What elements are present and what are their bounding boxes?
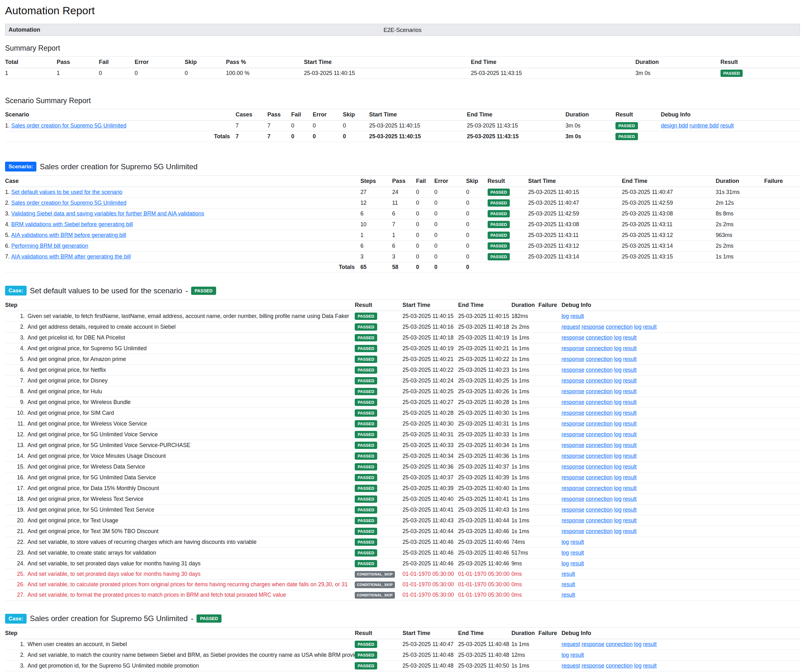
debug-link-response[interactable]: response bbox=[561, 378, 584, 384]
debug-link-result[interactable]: result bbox=[623, 378, 637, 384]
debug-link-response[interactable]: response bbox=[561, 496, 584, 502]
debug-link-connection[interactable]: connection bbox=[606, 662, 633, 669]
debug-link-log[interactable]: log bbox=[561, 539, 568, 545]
debug-link-result[interactable]: result bbox=[570, 652, 584, 658]
debug-link-response[interactable]: response bbox=[561, 388, 584, 394]
debug-link-response[interactable]: response bbox=[561, 463, 584, 470]
debug-link-connection[interactable]: connection bbox=[586, 496, 613, 502]
debug-link-result[interactable]: result bbox=[623, 517, 637, 524]
debug-link-connection[interactable]: connection bbox=[586, 421, 613, 427]
debug-link-response[interactable]: response bbox=[561, 399, 584, 405]
debug-link-connection[interactable]: connection bbox=[586, 528, 613, 534]
debug-link-log[interactable]: log bbox=[634, 662, 641, 669]
debug-link-connection[interactable]: connection bbox=[586, 410, 613, 416]
debug-link-response[interactable]: response bbox=[561, 356, 584, 362]
debug-link-log[interactable]: log bbox=[561, 313, 568, 319]
debug-link-result[interactable]: result bbox=[561, 591, 575, 598]
debug-link-result[interactable]: result bbox=[570, 313, 584, 319]
debug-link-log[interactable]: log bbox=[614, 453, 621, 459]
debug-link-connection[interactable]: connection bbox=[586, 399, 613, 405]
debug-link-log[interactable]: log bbox=[614, 378, 621, 384]
debug-link-connection[interactable]: connection bbox=[586, 356, 613, 362]
case-link[interactable]: AIA validations with BRM after generatin… bbox=[12, 253, 131, 260]
debug-link-result[interactable]: result bbox=[561, 581, 575, 588]
debug-link-result[interactable]: result bbox=[720, 122, 734, 129]
debug-link-response[interactable]: response bbox=[561, 442, 584, 448]
scenario-link[interactable]: Sales order creation for Supremo 5G Unli… bbox=[12, 122, 127, 129]
debug-link-request[interactable]: request bbox=[561, 641, 580, 647]
debug-link-result[interactable]: result bbox=[643, 662, 657, 669]
debug-link-result[interactable]: result bbox=[643, 641, 657, 647]
debug-link-result[interactable]: result bbox=[623, 334, 637, 341]
debug-link-connection[interactable]: connection bbox=[586, 388, 613, 394]
debug-link-log[interactable]: log bbox=[614, 506, 621, 513]
debug-link-response[interactable]: response bbox=[561, 367, 584, 373]
debug-link-response[interactable]: response bbox=[582, 662, 605, 669]
debug-link-connection[interactable]: connection bbox=[586, 453, 613, 459]
debug-link-design-bdd[interactable]: design bdd bbox=[661, 122, 688, 129]
debug-link-log[interactable]: log bbox=[614, 485, 621, 491]
case-link[interactable]: BRM validations with Siebel before gener… bbox=[12, 221, 133, 227]
debug-link-result[interactable]: result bbox=[623, 388, 637, 394]
debug-link-log[interactable]: log bbox=[614, 463, 621, 470]
debug-link-log[interactable]: log bbox=[561, 560, 568, 567]
debug-link-log[interactable]: log bbox=[614, 356, 621, 362]
debug-link-connection[interactable]: connection bbox=[586, 442, 613, 448]
debug-link-log[interactable]: log bbox=[614, 399, 621, 405]
debug-link-response[interactable]: response bbox=[561, 474, 584, 481]
debug-link-result[interactable]: result bbox=[623, 421, 637, 427]
debug-link-response[interactable]: response bbox=[561, 528, 584, 534]
debug-link-log[interactable]: log bbox=[614, 528, 621, 534]
debug-link-log[interactable]: log bbox=[614, 345, 621, 352]
debug-link-result[interactable]: result bbox=[623, 453, 637, 459]
debug-link-response[interactable]: response bbox=[561, 345, 584, 352]
debug-link-connection[interactable]: connection bbox=[586, 345, 613, 352]
debug-link-result[interactable]: result bbox=[623, 485, 637, 491]
debug-link-log[interactable]: log bbox=[614, 367, 621, 373]
debug-link-connection[interactable]: connection bbox=[586, 517, 613, 524]
debug-link-result[interactable]: result bbox=[570, 539, 584, 545]
debug-link-result[interactable]: result bbox=[623, 431, 637, 437]
debug-link-connection[interactable]: connection bbox=[586, 463, 613, 470]
debug-link-log[interactable]: log bbox=[614, 517, 621, 524]
case-link[interactable]: Validating Siebel data and saving variab… bbox=[12, 210, 204, 217]
case-link[interactable]: Sales order creation for Supremo 5G Unli… bbox=[12, 200, 127, 206]
debug-link-log[interactable]: log bbox=[634, 324, 641, 330]
debug-link-log[interactable]: log bbox=[634, 641, 641, 647]
debug-link-connection[interactable]: connection bbox=[606, 641, 633, 647]
debug-link-result[interactable]: result bbox=[623, 356, 637, 362]
case-link[interactable]: AIA validations with BRM before generati… bbox=[12, 232, 126, 238]
debug-link-result[interactable]: result bbox=[570, 560, 584, 567]
debug-link-response[interactable]: response bbox=[582, 641, 605, 647]
debug-link-connection[interactable]: connection bbox=[586, 474, 613, 481]
debug-link-log[interactable]: log bbox=[614, 474, 621, 481]
debug-link-result[interactable]: result bbox=[623, 345, 637, 352]
debug-link-request[interactable]: request bbox=[561, 662, 580, 669]
debug-link-response[interactable]: response bbox=[561, 410, 584, 416]
debug-link-result[interactable]: result bbox=[623, 442, 637, 448]
debug-link-connection[interactable]: connection bbox=[586, 367, 613, 373]
debug-link-result[interactable]: result bbox=[623, 474, 637, 481]
debug-link-connection[interactable]: connection bbox=[606, 324, 633, 330]
debug-link-log[interactable]: log bbox=[614, 388, 621, 394]
debug-link-result[interactable]: result bbox=[623, 506, 637, 513]
debug-link-connection[interactable]: connection bbox=[586, 431, 613, 437]
debug-link-result[interactable]: result bbox=[623, 528, 637, 534]
debug-link-connection[interactable]: connection bbox=[586, 485, 613, 491]
debug-link-connection[interactable]: connection bbox=[586, 334, 613, 341]
debug-link-log[interactable]: log bbox=[614, 496, 621, 502]
debug-link-result[interactable]: result bbox=[623, 399, 637, 405]
debug-link-result[interactable]: result bbox=[643, 324, 657, 330]
debug-link-response[interactable]: response bbox=[561, 506, 584, 513]
debug-link-result[interactable]: result bbox=[623, 367, 637, 373]
case-link[interactable]: Performing BRM bill generation bbox=[12, 243, 88, 249]
debug-link-result[interactable]: result bbox=[623, 463, 637, 470]
debug-link-log[interactable]: log bbox=[614, 334, 621, 341]
debug-link-result[interactable]: result bbox=[570, 550, 584, 556]
debug-link-response[interactable]: response bbox=[561, 421, 584, 427]
debug-link-response[interactable]: response bbox=[561, 517, 584, 524]
debug-link-log[interactable]: log bbox=[614, 410, 621, 416]
debug-link-log[interactable]: log bbox=[614, 431, 621, 437]
debug-link-response[interactable]: response bbox=[582, 324, 605, 330]
debug-link-log[interactable]: log bbox=[614, 442, 621, 448]
